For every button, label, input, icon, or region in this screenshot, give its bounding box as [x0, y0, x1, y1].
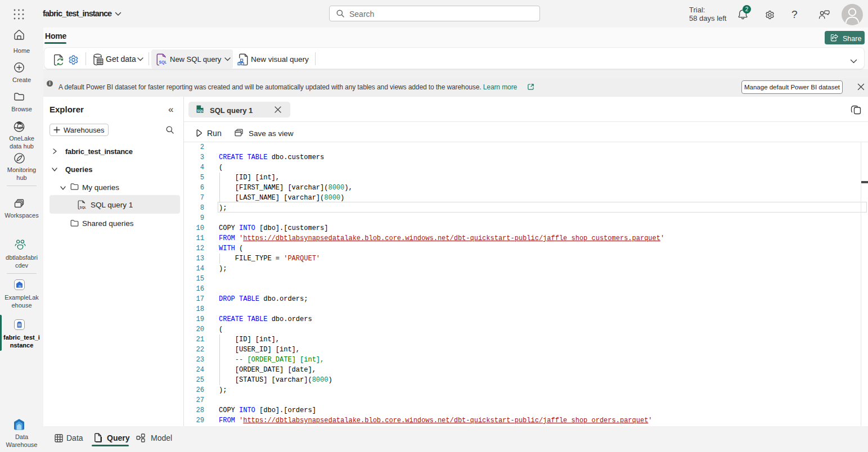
svg-text:SQL: SQL: [197, 109, 204, 112]
svg-text:SQL: SQL: [80, 206, 86, 209]
svg-text:SQL: SQL: [159, 60, 167, 65]
